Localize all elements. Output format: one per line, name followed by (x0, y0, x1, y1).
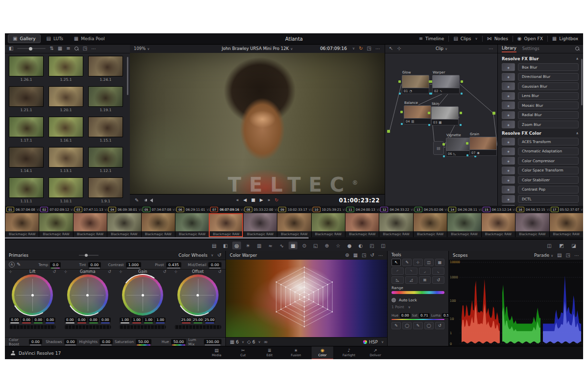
wheel-value[interactable]: 25.00 (181, 318, 192, 322)
auto-lock-toggle[interactable]: Auto Lock (392, 298, 444, 302)
fx-item[interactable]: ◈Color Compressor (502, 157, 579, 165)
gallery-expand-icon[interactable]: ◳ (83, 46, 87, 51)
wheel-value[interactable]: 0.00 (21, 318, 32, 322)
page-tab-color[interactable]: ◉Color (312, 346, 333, 359)
node-warper[interactable]: Warper02∿ (432, 71, 460, 94)
clip-08[interactable]: 0805:33:22:00V1Blackmagic RAW (243, 206, 277, 239)
clip-12[interactable]: 1204:24:33:22V1Blackmagic RAW (379, 206, 413, 239)
wheel-value[interactable]: 1.00 (120, 318, 130, 322)
node-output-dot[interactable] (492, 112, 495, 115)
hdr-grade-icon[interactable]: ☀ (244, 242, 252, 249)
clip-13[interactable]: 1304:25:02:06V1Blackmagic RAW (413, 206, 447, 239)
triangle-left-icon[interactable]: ◺ (392, 276, 404, 284)
gallery-still[interactable]: 1.10.1 (49, 177, 83, 203)
curve-upper-left-icon[interactable]: ◜ (392, 268, 404, 275)
wheel-master-slider[interactable] (119, 325, 166, 329)
clip-14[interactable]: 1404:26:28:11V1Blackmagic RAW (447, 206, 481, 239)
wheel-reset-icon[interactable]: ↺ (53, 270, 56, 274)
node-input-port[interactable] (400, 111, 403, 113)
gallery-scrollbar[interactable] (127, 57, 128, 95)
node-key-output[interactable] (460, 124, 462, 126)
curve-upper-right-icon[interactable]: ◝ (405, 268, 417, 275)
node-cursor-icon[interactable]: ↖ (389, 46, 393, 51)
node-graph-canvas[interactable]: ▤ Glow01◔Warper02∿Balance04▥Skin03▦Vigne… (385, 53, 498, 206)
fx-item[interactable]: ◈Directional Blur (502, 73, 579, 81)
hue-divisions-select[interactable]: ▦ 6∨ (230, 340, 244, 344)
wheel-gamma-control[interactable] (67, 274, 108, 316)
scopes-layout-icon[interactable]: ▤ (557, 253, 562, 258)
wheel-value[interactable]: 0.00 (45, 318, 55, 322)
node-output-port[interactable] (461, 80, 463, 83)
clip-15[interactable]: 1504:13:12:14V1Blackmagic RAW (481, 206, 515, 239)
fx-section-title[interactable]: Resolve FX Color∧ (502, 131, 579, 136)
wheel-value[interactable]: 0.00 (65, 318, 75, 322)
clip-01[interactable]: 0106:37:04:08V1Blackmagic RAW (5, 206, 39, 239)
node-pan-icon[interactable]: ⊹ (397, 46, 401, 51)
page-tab-edit[interactable]: ≣Edit (259, 346, 280, 359)
color-wheels-icon[interactable]: ◎ (232, 242, 241, 249)
adjust-value[interactable]: 1.000 (126, 262, 141, 268)
scopes-expand-icon[interactable]: ◳ (566, 253, 570, 258)
fx-item[interactable]: ◈Color Stabilizer (502, 176, 579, 184)
nodes-button[interactable]: ⋈Nodes (487, 36, 508, 41)
mesh-grid-icon[interactable]: ▦ (435, 259, 444, 266)
wheel-adjust-icon[interactable]: ⊹ (174, 270, 178, 274)
wheel-gain-control[interactable] (122, 274, 163, 316)
clip-02[interactable]: 0207:02:09:12V1Blackmagic RAW (39, 206, 73, 239)
page-tab-cut[interactable]: ✂Cut (232, 346, 254, 359)
play-icon[interactable]: ▶ (260, 198, 263, 202)
scopes-mode-select[interactable]: Parade∨ (534, 253, 553, 258)
sort-icon[interactable]: ⇅ (49, 46, 53, 51)
clip-04[interactable]: 0406:09:38:01V1Blackmagic RAW (107, 206, 141, 239)
viewer-zoom-select[interactable]: 109%∨ (134, 46, 149, 51)
wheel-reset-icon[interactable]: ↺ (108, 270, 111, 274)
clip-16[interactable]: 1604:56:32:15V1Blackmagic RAW (515, 206, 549, 239)
app-brand[interactable]: DaVinci Resolve 17 (5, 351, 61, 356)
tab-luts[interactable]: ▤LUTs (42, 34, 68, 43)
wheel-reset-icon[interactable]: ↺ (163, 270, 167, 274)
hsl-value[interactable]: 0.00 (400, 313, 411, 318)
curves-icon[interactable]: ∿ (277, 242, 286, 249)
page-tab-fusion[interactable]: ∗Fusion (285, 346, 307, 359)
node-key-input[interactable] (443, 155, 445, 157)
fx-item[interactable]: ◈DCTL (502, 195, 579, 203)
wheel-value[interactable]: 0.00 (100, 318, 111, 322)
gallery-still[interactable]: 1.9.1 (88, 177, 123, 203)
tab-library[interactable]: Library (502, 45, 516, 52)
curve-lower-right-icon[interactable]: ◞ (419, 268, 431, 275)
node-grain[interactable]: Grain07◉ (469, 132, 497, 156)
clip-strip-scrollbar[interactable] (5, 237, 309, 239)
scopes-more-icon[interactable]: ⋯ (574, 253, 580, 258)
warper-gear-icon[interactable]: ⊛ (345, 253, 349, 258)
node-key-input[interactable] (466, 154, 468, 156)
node-key-input[interactable] (401, 123, 403, 125)
hsl-value[interactable]: 0.71 (419, 313, 430, 318)
wheel-adjust-icon[interactable]: ⊹ (119, 270, 122, 274)
wheel-value[interactable]: 25.00 (204, 318, 215, 322)
highlight-icon[interactable]: ◩ (557, 242, 566, 249)
viewer-expand-icon[interactable]: ◳ (367, 46, 371, 51)
primaries-mode-select[interactable]: Color Wheels∨ (178, 253, 213, 258)
page-tab-media[interactable]: ▤Media (206, 346, 227, 359)
mirror-icon[interactable]: ◫ (424, 259, 434, 266)
color-warper-icon[interactable]: ▦ (289, 242, 297, 249)
wheel-adjust-icon[interactable]: ⊹ (64, 270, 68, 274)
adjust-value[interactable]: 0.0 (50, 262, 61, 268)
wheel-value[interactable]: 0.00 (9, 318, 20, 322)
tracker-icon[interactable]: ⊕ (322, 242, 331, 249)
fx-item[interactable]: ◈Gaussian Blur (502, 82, 579, 90)
gallery-search-icon[interactable] (74, 47, 79, 51)
fx-section-title[interactable]: Resolve FX Blur∧ (502, 56, 579, 61)
wheel-value[interactable]: 25.00 (193, 318, 203, 322)
node-input-port[interactable] (442, 143, 445, 146)
fx-item[interactable]: ◈Zoom Blur (502, 121, 579, 128)
gallery-more-icon[interactable]: ⋯ (91, 46, 97, 51)
node-input-port[interactable] (428, 112, 430, 114)
pen-b-icon[interactable]: ✎ (413, 322, 422, 329)
fx-item[interactable]: ◈Color Space Transform (502, 167, 579, 174)
timecode-chevron-icon[interactable]: ∨ (352, 47, 355, 50)
footer-value[interactable]: 100.00 (204, 339, 221, 344)
fx-item[interactable]: ◈ACES Transform (502, 138, 579, 146)
camera-raw-icon[interactable]: ▤ (210, 242, 219, 249)
warper-expand-icon[interactable]: ◳ (362, 253, 366, 258)
